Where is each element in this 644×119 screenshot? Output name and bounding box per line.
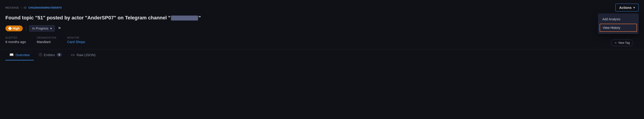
- meta-label-organization: ORGANIZATION: [37, 36, 56, 39]
- breadcrumb: MESSAGE • ID CHS28A50SI8HA70D5NT0: [6, 6, 62, 9]
- tab-overview-label: Overview: [16, 53, 30, 57]
- entities-badge: 6: [57, 53, 62, 56]
- diamond-icon: [8, 26, 12, 30]
- page-wrapper: MESSAGE • ID CHS28A50SI8HA70D5NT0 Action…: [0, 0, 644, 60]
- tab-raw-json-label: Raw (JSON): [76, 53, 96, 57]
- redacted-channel-name: [171, 16, 198, 20]
- meta-value-alerted: 6 months ago: [6, 40, 26, 44]
- meta-item-organization: ORGANIZATION Mandiant: [37, 36, 56, 44]
- breadcrumb-separator: •: [21, 6, 22, 9]
- flag-icon[interactable]: ⚑: [58, 26, 61, 30]
- dropdown-item-add-analysis[interactable]: Add Analysis: [598, 15, 638, 23]
- meta-item-alerted: ALERTED 6 months ago: [6, 36, 26, 44]
- actions-dropdown-menu: Add Analysis View History: [598, 14, 638, 34]
- progress-label: In Progress: [32, 26, 48, 30]
- tab-entities[interactable]: ⓘ Entities 6: [35, 50, 66, 60]
- tab-raw-json[interactable]: <> Raw (JSON): [67, 50, 100, 60]
- new-tag-button[interactable]: ＋ New Tag: [611, 40, 633, 46]
- actions-area: Actions ▾ Add Analysis View History: [616, 4, 638, 12]
- header-row: MESSAGE • ID CHS28A50SI8HA70D5NT0 Action…: [6, 4, 638, 12]
- meta-label-monitor: MONITOR: [67, 36, 85, 39]
- chevron-down-icon: ▾: [50, 26, 52, 30]
- page-title: Found topic "51" posted by actor "AnderS…: [6, 15, 638, 21]
- severity-badge: High: [6, 26, 23, 31]
- tabs-row: 📖 Overview ⓘ Entities 6 <> Raw (JSON): [0, 49, 644, 60]
- info-icon: ⓘ: [39, 53, 42, 57]
- tab-entities-label: Entities: [44, 53, 55, 57]
- breadcrumb-id-label: ID: [24, 6, 26, 9]
- progress-dropdown[interactable]: In Progress ▾: [29, 25, 55, 32]
- meta-value-organization: Mandiant: [37, 40, 56, 44]
- meta-row: ALERTED 6 months ago ORGANIZATION Mandia…: [6, 36, 85, 44]
- new-tag-label: New Tag: [618, 41, 630, 44]
- dropdown-item-label: Add Analysis: [602, 17, 620, 21]
- code-icon: <>: [71, 53, 75, 57]
- meta-label-alerted: ALERTED: [6, 36, 26, 39]
- breadcrumb-id-value: CHS28A50SI8HA70D5NT0: [28, 6, 62, 9]
- title-text-before: Found topic "51" posted by actor "AnderS…: [6, 15, 170, 20]
- plus-icon: ＋: [614, 41, 617, 45]
- separator: [26, 26, 26, 31]
- chevron-down-icon: ▾: [634, 6, 635, 9]
- title-row: Found topic "51" posted by actor "AnderS…: [6, 15, 638, 21]
- actions-button-label: Actions: [619, 6, 632, 10]
- meta-value-monitor[interactable]: Card Shops: [67, 40, 85, 44]
- dropdown-item-view-history[interactable]: View History: [600, 24, 637, 32]
- dropdown-item-label: View History: [603, 26, 620, 30]
- actions-button[interactable]: Actions ▾: [616, 4, 638, 12]
- book-icon: 📖: [10, 53, 14, 57]
- severity-label: High: [12, 26, 20, 30]
- status-row: High In Progress ▾ ⚑: [6, 25, 638, 32]
- meta-item-monitor: MONITOR Card Shops: [67, 36, 85, 44]
- title-text-after: ": [198, 15, 201, 20]
- tab-overview[interactable]: 📖 Overview: [6, 50, 34, 60]
- meta-new-tag-row: ALERTED 6 months ago ORGANIZATION Mandia…: [6, 36, 638, 49]
- breadcrumb-label: MESSAGE: [6, 6, 19, 9]
